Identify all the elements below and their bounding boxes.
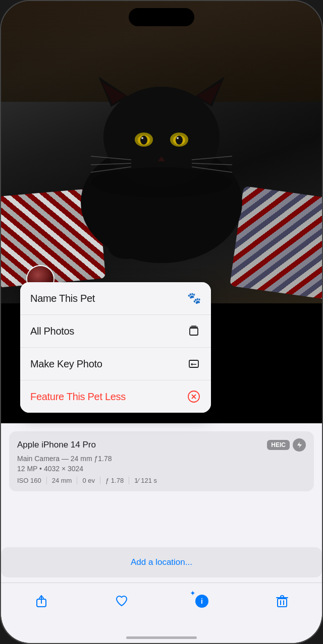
svg-rect-27 <box>189 360 198 367</box>
menu-item-key-photo-label: Make Key Photo <box>30 358 102 370</box>
info-button[interactable]: i ✦ <box>191 590 213 612</box>
paw-icon: 🐾 <box>187 291 201 305</box>
add-location-label: Add a location... <box>131 557 192 567</box>
phone-frame: ? Name This Pet 🐾 All Photos <box>0 0 323 644</box>
heart-button[interactable] <box>111 590 133 612</box>
spec-shutter: 1⁄ 121 s <box>129 477 162 484</box>
add-location-button[interactable]: Add a location... <box>1 547 322 577</box>
cat-image <box>40 31 283 273</box>
camera-info-card: Apple iPhone 14 Pro HEIC Main Camera — 2… <box>9 431 314 491</box>
svg-point-10 <box>140 136 147 145</box>
trash-button[interactable] <box>271 590 293 612</box>
context-menu: Name This Pet 🐾 All Photos Make Key Phot… <box>20 282 211 413</box>
bottom-toolbar: i ✦ <box>1 583 322 643</box>
format-badges: HEIC <box>267 438 306 452</box>
svg-point-22 <box>144 243 179 263</box>
resolution-info: 12 MP • 4032 × 3024 <box>17 465 306 473</box>
spec-ev: 0 ev <box>77 477 100 484</box>
menu-item-feature-less[interactable]: Feature This Pet Less <box>20 380 211 413</box>
menu-item-all-photos-label: All Photos <box>30 326 74 337</box>
heic-badge: HEIC <box>267 440 290 450</box>
menu-item-name-pet[interactable]: Name This Pet 🐾 <box>20 282 211 315</box>
specs-row: ISO 160 24 mm 0 ev ƒ 1.78 1⁄ 121 s <box>17 477 306 484</box>
svg-point-12 <box>141 137 143 139</box>
lens-info: Main Camera — 24 mm ƒ1.78 <box>17 455 306 463</box>
home-indicator <box>126 636 197 639</box>
menu-item-all-photos[interactable]: All Photos <box>20 315 211 348</box>
menu-item-name-pet-label: Name This Pet <box>30 293 95 304</box>
dynamic-island <box>129 8 194 26</box>
photo-area: ? <box>1 1 322 303</box>
camera-model: Apple iPhone 14 Pro <box>17 440 96 450</box>
spec-iso: ISO 160 <box>17 477 47 484</box>
spec-aperture: ƒ 1.78 <box>100 477 129 484</box>
flash-icon <box>293 438 306 452</box>
circle-x-icon <box>187 390 201 404</box>
share-button[interactable] <box>30 590 52 612</box>
menu-item-key-photo[interactable]: Make Key Photo <box>20 348 211 380</box>
key-photo-icon <box>187 357 201 371</box>
svg-text:i: i <box>201 597 203 605</box>
spec-focal: 24 mm <box>47 477 78 484</box>
svg-point-11 <box>176 136 183 145</box>
svg-point-13 <box>177 137 179 139</box>
svg-point-21 <box>109 237 144 259</box>
photos-icon <box>187 324 201 338</box>
svg-rect-24 <box>190 328 198 335</box>
svg-point-23 <box>91 167 232 198</box>
menu-item-feature-less-label: Feature This Pet Less <box>30 391 126 403</box>
phone-screen: ? Name This Pet 🐾 All Photos <box>1 1 322 643</box>
svg-rect-36 <box>278 599 287 607</box>
